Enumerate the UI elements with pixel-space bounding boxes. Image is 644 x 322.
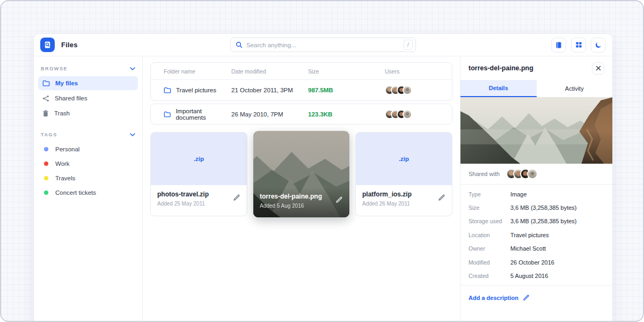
date-modified: 21 October 2011, 3PM — [231, 87, 308, 93]
grid-view-button[interactable] — [571, 38, 586, 53]
table-header-row: Folder name Date modified Size Users — [151, 63, 452, 79]
details-panel: torres-del-paine.png Details Activity — [460, 56, 612, 321]
detail-row-storage-used: Storage used 3,6 MB (3,258,385 bytes) — [469, 215, 604, 228]
close-panel-button[interactable] — [592, 62, 604, 75]
rename-button[interactable] — [335, 196, 343, 205]
browse-section-header: BROWSE — [38, 62, 138, 76]
desktop-background: Files / — [0, 0, 644, 322]
tags-section-header: TAGS — [38, 128, 138, 142]
shared-with-row: Shared with — [460, 164, 612, 185]
search-icon — [236, 41, 243, 48]
file-name: torres-del-paine.png — [260, 193, 343, 200]
column-header-date-modified: Date modified — [231, 68, 308, 75]
file-card-torres-del-paine-png[interactable]: torres-del-paine.png Added 5 Aug 2016 — [253, 131, 349, 217]
detail-row-owner: Owner Michael Scott — [469, 242, 604, 255]
zip-badge: .zip — [399, 156, 409, 162]
table-row-important-documents[interactable]: Important documents 26 May 2010, 7PM 123… — [151, 104, 452, 124]
file-name: platform_ios.zip — [362, 191, 445, 198]
share-icon — [42, 95, 49, 102]
sidebar-item-trash[interactable]: Trash — [38, 106, 138, 120]
tag-label: Travels — [55, 175, 75, 181]
tag-label: Work — [55, 160, 70, 167]
shared-users-avatars — [385, 109, 452, 119]
notebook-button[interactable] — [551, 38, 566, 53]
dark-mode-button[interactable] — [591, 38, 606, 53]
app-logo — [40, 38, 55, 52]
sidebar-item-my-files[interactable]: My files — [38, 76, 138, 90]
table-row-travel-pictures[interactable]: Travel pictures 21 October 2011, 3PM 987… — [151, 79, 452, 100]
tags-section: TAGS Personal Work — [38, 128, 138, 199]
add-description-button[interactable]: Add a description — [469, 294, 530, 301]
main-content: Folder name Date modified Size Users Tra… — [143, 56, 460, 321]
tag-color-dot — [44, 191, 48, 195]
folders-table: Folder name Date modified Size Users Tra… — [150, 62, 452, 101]
file-added-date: Added 26 May 2011 — [362, 201, 445, 207]
chevron-down-icon[interactable] — [130, 67, 135, 70]
tag-item-concert-tickets[interactable]: Concert tickets — [38, 186, 138, 199]
search-input[interactable] — [246, 42, 400, 48]
search-shortcut-badge: / — [404, 40, 413, 50]
pencil-icon — [335, 196, 343, 203]
avatar — [402, 85, 412, 95]
detail-row-created: Created 5 August 2016 — [469, 269, 604, 282]
file-added-date: Added 25 May 2011 — [157, 201, 240, 207]
file-details-list: Type Image Size 3,6 MB (3,258,385 bytes)… — [460, 185, 612, 285]
selected-file-title: torres-del-paine.png — [469, 64, 533, 72]
tag-color-dot — [44, 162, 48, 166]
date-modified: 26 May 2010, 7PM — [231, 111, 308, 118]
pencil-icon — [438, 194, 445, 201]
tags-section-label: TAGS — [41, 132, 57, 137]
shared-with-label: Shared with — [469, 171, 500, 177]
search-bar[interactable]: / — [230, 38, 416, 52]
file-card-photos-travel-zip[interactable]: .zip photos-travel.zip Added 25 May 2011 — [150, 132, 247, 216]
chevron-down-icon[interactable] — [130, 133, 135, 136]
trash-icon — [42, 110, 49, 117]
file-meta: platform_ios.zip Added 26 May 2011 — [356, 185, 452, 216]
folder-name: Important documents — [175, 108, 231, 121]
avatar — [402, 109, 412, 119]
moon-icon — [595, 41, 602, 49]
folder-icon — [164, 111, 171, 118]
sidebar-item-label: My files — [55, 80, 78, 86]
file-card-platform-ios-zip[interactable]: .zip platform_ios.zip Added 26 May 2011 — [355, 132, 452, 216]
folder-size: 987.5MB — [308, 87, 385, 93]
folder-name: Travel pictures — [176, 87, 216, 93]
rename-button[interactable] — [438, 194, 445, 203]
file-meta: torres-del-paine.png Added 5 Aug 2016 — [253, 187, 349, 217]
tab-details[interactable]: Details — [460, 80, 537, 97]
shared-users-avatars — [385, 85, 452, 95]
app-header: Files / — [34, 34, 612, 56]
folder-size: 123.3KB — [308, 111, 385, 118]
folder-icon — [42, 80, 50, 86]
details-panel-header: torres-del-paine.png — [460, 56, 612, 80]
zip-preview: .zip — [151, 133, 247, 185]
column-header-users: Users — [385, 68, 452, 75]
shared-with-avatars — [506, 169, 538, 179]
sidebar-item-shared-files[interactable]: Shared files — [38, 91, 138, 105]
file-name: photos-travel.zip — [157, 191, 240, 198]
tag-label: Concert tickets — [55, 189, 96, 196]
file-search-icon — [43, 41, 52, 49]
column-header-size: Size — [308, 68, 385, 75]
rename-button[interactable] — [233, 194, 240, 203]
folders-table-continued: Important documents 26 May 2010, 7PM 123… — [150, 104, 452, 125]
detail-row-location: Location Travel pictures — [469, 228, 604, 241]
tag-item-work[interactable]: Work — [38, 157, 138, 170]
column-header-folder-name: Folder name — [164, 68, 231, 75]
files-app-window: Files / — [33, 33, 613, 321]
tag-item-travels[interactable]: Travels — [38, 171, 138, 185]
pencil-icon — [523, 294, 530, 301]
sidebar-item-label: Shared files — [55, 95, 87, 101]
sidebar: BROWSE My files — [34, 56, 143, 321]
app-title: Files — [61, 41, 78, 49]
sidebar-item-label: Trash — [54, 110, 70, 116]
browse-section-label: BROWSE — [41, 66, 68, 71]
detail-row-size: Size 3,6 MB (3,258,385 bytes) — [469, 201, 604, 214]
grid-icon — [575, 41, 582, 48]
tag-item-personal[interactable]: Personal — [38, 142, 138, 156]
tag-label: Personal — [55, 146, 79, 152]
pencil-icon — [233, 194, 240, 201]
tab-activity[interactable]: Activity — [537, 80, 613, 97]
zip-preview: .zip — [356, 133, 452, 185]
panel-footer: Add a description — [460, 285, 612, 309]
